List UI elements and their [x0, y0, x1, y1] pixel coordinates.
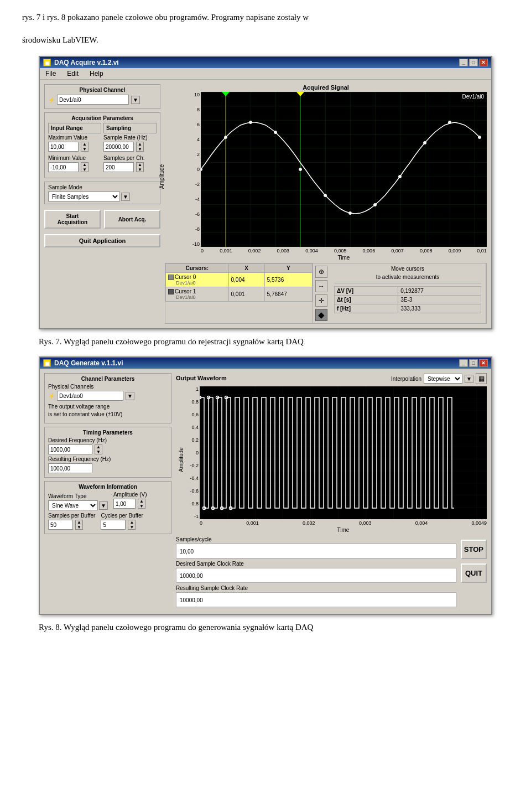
cursor-header-x: X — [228, 264, 264, 273]
sample-rate-input[interactable] — [103, 142, 134, 152]
chart2-svg — [200, 386, 487, 519]
min-value-spin[interactable]: ▲▼ — [81, 162, 88, 172]
chart1-y-label: Amplitude — [159, 164, 165, 188]
voltage-info: The output voltage rangeis set to consta… — [48, 403, 168, 418]
acq-params-title: Acquisition Parameters — [48, 115, 157, 121]
cursor-header-name: Cursors: — [166, 264, 229, 273]
sample-mode-dropdown-icon: ▼ — [121, 193, 130, 201]
channel2-input[interactable] — [57, 391, 123, 401]
svg-point-8 — [324, 194, 327, 197]
max-value-spin[interactable]: ▲▼ — [81, 142, 88, 152]
svg-point-12 — [424, 142, 426, 144]
chart2-title: Output Waveform — [176, 375, 227, 381]
abort-acq-button[interactable]: Abort Acq. — [104, 210, 160, 229]
cursor-panel: Cursors: X Y Cursor 0 — [165, 263, 487, 324]
amplitude-col: Amplitude (V) ▲▼ — [113, 492, 147, 510]
cursor-cursor-btn[interactable]: ✛ — [315, 294, 327, 307]
action-buttons: Start Acquisition Abort Acq. Quit Applic… — [44, 210, 160, 247]
chart1-svg — [201, 92, 487, 247]
samples-per-ch-input[interactable] — [103, 162, 134, 172]
samples-per-ch-spin[interactable]: ▲▼ — [136, 162, 144, 172]
desired-freq-label: Desired Frequency (Hz) — [48, 437, 168, 443]
menu-file[interactable]: File — [43, 69, 58, 78]
cursor0-icon — [168, 275, 174, 280]
svg-point-6 — [274, 131, 277, 134]
chart1-y-ticks: 10 8 6 4 2 0 -2 -4 -6 -8 -10 — [187, 92, 201, 247]
cursor-header-y: Y — [264, 264, 312, 273]
cycles-per-buffer-input[interactable] — [101, 520, 126, 530]
quit-button[interactable]: QUIT — [461, 563, 487, 583]
interpolation-select[interactable]: Stepwise — [424, 374, 462, 384]
stop-button[interactable]: STOP — [461, 540, 487, 559]
waveform-type-col: Waveform Type Sine Wave ▼ — [48, 493, 108, 510]
cursor1-x: 0,001 — [228, 287, 264, 302]
waveform-info-group: Waveform Information Waveform Type Sine … — [44, 481, 171, 534]
samples-cycle-value-box: 10,00 — [176, 544, 456, 558]
channel-params-title: Channel Parameters — [48, 376, 168, 382]
start-acquisition-button[interactable]: Start Acquisition — [44, 210, 101, 229]
samples-per-buffer-col: Samples per Buffer ▲▼ — [48, 513, 95, 531]
min-value-input[interactable] — [48, 162, 79, 172]
sampling-label: Sampling — [103, 123, 157, 133]
cycles-per-buffer-spin[interactable]: ▲▼ — [128, 520, 136, 530]
cursor-zoom-btn[interactable]: ⊕ — [315, 266, 327, 278]
quit-application-button[interactable]: Quit Application — [44, 234, 160, 247]
sample-rate-spin[interactable]: ▲▼ — [136, 142, 144, 152]
cursor1-row[interactable]: Cursor 1 Dev1/ai0 0,001 5,76647 — [166, 287, 313, 302]
win1-close[interactable]: ✕ — [479, 59, 488, 66]
win1-minimize[interactable]: _ — [459, 59, 468, 66]
f-value: 333,333 — [398, 304, 481, 313]
channel2-dropdown[interactable]: ▼ — [126, 392, 134, 400]
svg-point-4 — [225, 136, 227, 139]
chart2-y-ticks: 1 0,8 0,6 0,4 0,2 0 -0,2 -0,4 -0,6 -0,8 … — [186, 386, 200, 519]
menu-edit[interactable]: Edit — [65, 69, 81, 78]
cursor1-icon — [168, 289, 174, 294]
dt-label: Δt [s] — [335, 296, 398, 304]
window2: ▣ DAQ Generate v.1.1.vi _ □ ✕ Channel Pa… — [39, 356, 492, 615]
sample-mode-label: Sample Mode — [48, 184, 157, 190]
menu-help[interactable]: Help — [87, 69, 106, 78]
chart2-tool-btn[interactable]: ▦ — [476, 373, 487, 384]
channel-input[interactable] — [57, 95, 129, 105]
samples-info-area: Samples/cycle 10,00 Desired Sample Clock… — [176, 536, 456, 609]
cursor0-row[interactable]: Cursor 0 Dev1/ai0 0,004 5,5736 — [166, 273, 313, 287]
min-value-label: Minimum Value — [48, 155, 101, 161]
win2-close[interactable]: ✕ — [479, 359, 488, 367]
interpolation-row: Interpolation Stepwise ▼ ▦ — [391, 373, 487, 384]
samples-per-buffer-label: Samples per Buffer — [48, 513, 95, 519]
svg-point-9 — [349, 212, 352, 215]
desired-freq-spin[interactable]: ▲▼ — [95, 444, 102, 454]
resulting-freq-label: Resulting Frequency (Hz) — [48, 456, 168, 462]
resulting-clock-value: 10000,00 — [180, 597, 203, 603]
waveform-info-title: Waveform Information — [48, 484, 168, 490]
samples-cycle-value: 10,00 — [180, 549, 194, 555]
waveform-type-select[interactable]: Sine Wave — [48, 500, 98, 510]
window2-title: DAQ Generate v.1.1.vi — [54, 359, 123, 367]
amplitude-input[interactable] — [113, 499, 136, 509]
cursor1-name: Cursor 1 Dev1/ai0 — [166, 287, 229, 302]
chart1-x-ticks: 0 0,001 0,002 0,003 0,004 0,005 0,006 0,… — [201, 248, 487, 254]
amplitude-spin[interactable]: ▲▼ — [138, 499, 145, 509]
samples-per-buffer-input[interactable] — [48, 520, 73, 530]
delta-table: ΔV [V] 0,192877 Δt [s] 3E-3 f [Hz] 333,3… — [334, 286, 481, 313]
physical-channel-title: Physical Channel — [48, 87, 157, 93]
dt-value: 3E-3 — [398, 296, 481, 304]
max-value-input[interactable] — [48, 142, 79, 152]
cursor-pan-btn[interactable]: ↔ — [315, 280, 327, 292]
resulting-freq-input — [48, 463, 92, 473]
intro-line1: rys. 7 i rys. 8 pokazano panele czołowe … — [22, 11, 509, 24]
desired-freq-input[interactable] — [48, 444, 92, 454]
sample-mode-select[interactable]: Finite Samples — [48, 192, 120, 201]
resulting-clock-value-box: 10000,00 — [176, 592, 456, 607]
cursor-buttons: ⊕ ↔ ✛ ◆ — [313, 263, 330, 323]
cursor0-x: 0,004 — [228, 273, 264, 287]
interp-dropdown-icon: ▼ — [465, 375, 473, 383]
samples-per-buffer-spin[interactable]: ▲▼ — [75, 520, 83, 530]
desired-clock-label: Desired Sample Clock Rate — [176, 561, 456, 567]
timing-params-group: Timing Parameters Desired Frequency (Hz)… — [44, 427, 171, 478]
win2-minimize[interactable]: _ — [459, 359, 468, 367]
win1-maximize[interactable]: □ — [469, 59, 478, 66]
channel-dropdown[interactable]: ▼ — [131, 96, 140, 104]
win2-maximize[interactable]: □ — [469, 359, 478, 367]
dv-value: 0,192877 — [398, 287, 481, 296]
